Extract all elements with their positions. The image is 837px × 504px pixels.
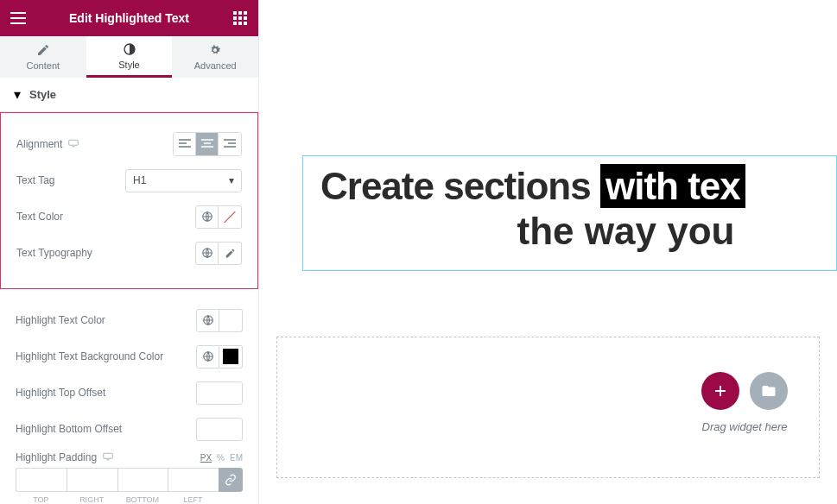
unit-switcher: PX % EM (200, 450, 243, 464)
swatch-black (223, 349, 238, 364)
text-color-picker[interactable] (219, 205, 242, 229)
desktop-icon[interactable] (103, 451, 113, 463)
unit-percent[interactable]: % (217, 453, 225, 463)
drag-widget-text: Drag widget here (702, 420, 788, 433)
global-highlight-bg-button[interactable] (196, 345, 219, 369)
control-highlight-top-offset: Highlight Top Offset (16, 375, 243, 411)
padding-left-label: LEFT (184, 495, 203, 504)
highlight-bg-color-picker[interactable] (219, 345, 243, 369)
text-tag-select[interactable]: H1 ▾ (125, 169, 242, 192)
padding-bottom-label: BOTTOM (126, 495, 159, 504)
text-tag-value: H1 (133, 174, 146, 186)
preview-line1: Create sections with tex (320, 165, 836, 208)
align-left-button[interactable] (174, 133, 196, 155)
gear-icon (208, 43, 222, 59)
padding-right-label: RIGHT (79, 495, 104, 504)
align-center-button[interactable] (196, 133, 219, 155)
svg-rect-7 (238, 22, 242, 25)
tab-label: Content (27, 60, 60, 71)
highlight-bottom-offset-label: Highlight Bottom Offset (16, 423, 122, 435)
unit-px[interactable]: PX (200, 453, 212, 463)
caret-down-icon: ▾ (14, 86, 21, 103)
chevron-down-icon: ▾ (229, 174, 234, 186)
svg-rect-0 (233, 11, 237, 15)
tab-label: Advanced (194, 60, 237, 71)
padding-bottom-input[interactable] (117, 468, 168, 492)
svg-rect-4 (238, 16, 242, 20)
alignment-label: Alignment (16, 138, 62, 150)
svg-rect-5 (244, 16, 247, 20)
highlighted-controls-group: Alignment Text Tag H1 ▾ Text Color (0, 112, 258, 289)
more-controls: Highlight Text Color Highlight Text Back… (0, 289, 258, 504)
highlight-top-offset-input[interactable] (196, 381, 243, 405)
preview-line2: the way you (320, 210, 836, 253)
editor-sidebar: Edit Highlighted Text Content Style Adva… (0, 0, 259, 504)
padding-top-label: TOP (33, 495, 48, 504)
controls-container: Alignment Text Tag H1 ▾ Text Color (0, 112, 258, 504)
desktop-icon[interactable] (68, 138, 79, 150)
global-typography-button[interactable] (195, 242, 219, 265)
svg-rect-3 (233, 16, 237, 20)
sidebar-header: Edit Highlighted Text (0, 0, 258, 36)
control-highlight-bg-color: Highlight Text Background Color (16, 338, 243, 375)
tab-style[interactable]: Style (86, 36, 173, 78)
padding-right-input[interactable] (67, 468, 117, 492)
preview-highlight: with tex (600, 164, 745, 208)
tab-advanced[interactable]: Advanced (172, 36, 258, 78)
apps-grid-icon[interactable] (231, 9, 250, 28)
control-highlight-bottom-offset: Highlight Bottom Offset (16, 411, 243, 447)
control-alignment: Alignment (16, 126, 242, 162)
control-highlight-text-color: Highlight Text Color (16, 302, 243, 338)
alignment-group (173, 132, 242, 156)
highlighted-text-widget[interactable]: Create sections with tex the way you (302, 155, 837, 271)
control-text-color: Text Color (16, 198, 242, 235)
template-library-button[interactable] (750, 372, 788, 410)
section-toggle-style[interactable]: ▾ Style (0, 78, 258, 112)
highlight-text-color-label: Highlight Text Color (16, 314, 105, 326)
add-section-button[interactable] (701, 372, 739, 410)
text-typography-label: Text Typography (16, 247, 92, 259)
text-tag-label: Text Tag (16, 174, 54, 186)
svg-rect-1 (238, 11, 242, 15)
padding-left-input[interactable] (168, 468, 219, 492)
padding-inputs: TOP RIGHT BOTTOM LEFT (16, 468, 243, 504)
hamburger-icon[interactable] (9, 9, 28, 28)
tabs: Content Style Advanced (0, 36, 258, 78)
panel-title: Edit Highlighted Text (69, 11, 189, 25)
control-text-typography: Text Typography (16, 235, 242, 271)
canvas: Create sections with tex the way you Dra… (259, 0, 837, 504)
svg-rect-8 (244, 22, 247, 25)
svg-rect-10 (69, 140, 79, 145)
svg-rect-2 (244, 11, 247, 15)
svg-rect-15 (104, 453, 113, 458)
svg-rect-6 (233, 22, 237, 25)
highlight-bottom-offset-input[interactable] (196, 418, 243, 441)
align-right-button[interactable] (219, 133, 241, 155)
control-text-tag: Text Tag H1 ▾ (16, 162, 242, 198)
unit-em[interactable]: EM (230, 453, 243, 463)
pencil-icon (36, 43, 50, 59)
contrast-icon (123, 42, 136, 58)
highlight-bg-color-label: Highlight Text Background Color (16, 350, 163, 362)
padding-top-input[interactable] (16, 468, 67, 492)
preview-before: Create sections (320, 165, 600, 207)
section-title: Style (29, 88, 56, 101)
typography-edit-button[interactable] (219, 242, 242, 265)
global-color-button[interactable] (195, 205, 219, 229)
link-values-button[interactable] (219, 468, 243, 492)
highlight-text-color-picker[interactable] (219, 309, 243, 332)
global-highlight-color-button[interactable] (196, 309, 219, 332)
tab-content[interactable]: Content (0, 36, 86, 78)
highlight-top-offset-label: Highlight Top Offset (16, 387, 105, 399)
highlight-padding-label: Highlight Padding (16, 451, 97, 463)
text-color-label: Text Color (16, 211, 63, 223)
empty-section[interactable]: Drag widget here (276, 337, 820, 478)
tab-label: Style (118, 60, 139, 70)
